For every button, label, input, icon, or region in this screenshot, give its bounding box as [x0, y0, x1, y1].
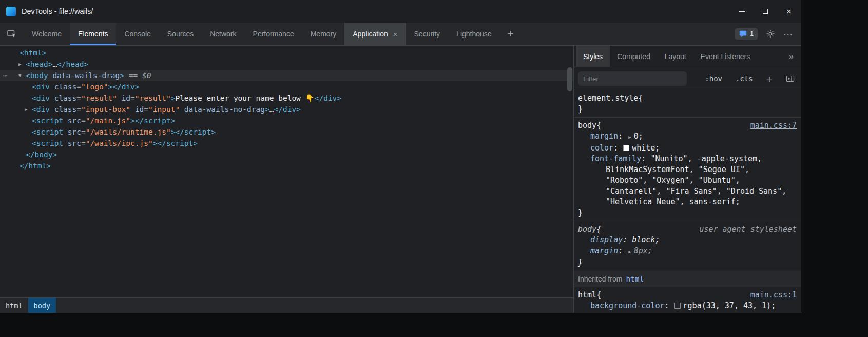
css-property[interactable]: margin: ▶0;: [578, 131, 797, 143]
more-sidebar-tabs-button[interactable]: »: [782, 46, 801, 67]
tab-memory[interactable]: Memory: [302, 23, 345, 45]
tab-welcome[interactable]: Welcome: [24, 23, 70, 45]
expand-arrow-icon[interactable]: ▶: [25, 104, 27, 115]
filter-actions: :hov .cls +: [705, 73, 795, 84]
tab-application[interactable]: Application×: [344, 23, 406, 45]
line-actions-icon[interactable]: ⋯: [3, 70, 8, 81]
plus-icon: +: [507, 27, 514, 41]
styles-filter-input[interactable]: [578, 71, 687, 86]
tab-elements[interactable]: Elements: [70, 23, 116, 45]
maximize-button[interactable]: [754, 0, 777, 23]
rule-header: element.style {: [578, 93, 797, 104]
stylesheet-link[interactable]: main.css:1: [750, 290, 797, 301]
rule-selector[interactable]: body: [578, 224, 596, 235]
token-val: "input": [148, 105, 180, 114]
rule-selector[interactable]: html: [578, 290, 596, 301]
window-controls: ×: [730, 0, 801, 23]
color-swatch[interactable]: [623, 145, 629, 151]
crumb-html[interactable]: html: [0, 298, 28, 313]
inspect-element-button[interactable]: [0, 23, 24, 45]
token-tag: </head>: [57, 60, 88, 68]
issues-counter[interactable]: 1: [735, 28, 758, 40]
dom-tree-line[interactable]: ▶<div class="input-box" id="input" data-…: [0, 104, 573, 115]
dom-tree-line[interactable]: <script src="/wails/runtime.js"></script…: [0, 126, 573, 138]
css-property[interactable]: color: white;: [578, 143, 797, 154]
property-colon: :: [618, 246, 627, 255]
token-val: "logo": [81, 83, 108, 91]
shorthand-expander-icon[interactable]: ▶: [628, 247, 631, 257]
toggle-element-state-button[interactable]: :hov: [705, 74, 722, 83]
more-options-button[interactable]: ⋯: [783, 29, 794, 39]
element-classes-button[interactable]: .cls: [736, 74, 753, 83]
sidebar-tab-styles[interactable]: Styles: [576, 46, 610, 67]
sidebar-tabs: StylesComputedLayoutEvent Listeners»: [574, 46, 801, 67]
expand-arrow-icon[interactable]: ▶: [18, 59, 21, 70]
toggle-computed-sidebar-button[interactable]: [786, 74, 795, 83]
property-colon: :: [641, 154, 650, 163]
dom-tree-line[interactable]: <div class="result" id="result">Please e…: [0, 92, 573, 104]
tab-performance[interactable]: Performance: [245, 23, 302, 45]
close-button[interactable]: ×: [777, 0, 801, 23]
token-tag: >: [265, 105, 269, 114]
tab-security[interactable]: Security: [406, 23, 449, 45]
property-value: rgba(33, 37, 43, 1);: [683, 301, 776, 310]
sidebar-tab-computed[interactable]: Computed: [610, 46, 658, 67]
chevron-double-right-icon: »: [789, 52, 794, 61]
dom-tree-line[interactable]: <html>: [0, 47, 573, 59]
new-style-rule-button[interactable]: +: [766, 73, 773, 84]
settings-button[interactable]: [766, 29, 775, 39]
css-property[interactable]: margin: ▶8px;: [578, 246, 797, 257]
style-rule: element.style {}: [574, 90, 801, 118]
token-tag: </body>: [26, 151, 57, 159]
tab-network[interactable]: Network: [202, 23, 244, 45]
open-brace: {: [596, 120, 601, 131]
maximize-icon: [763, 9, 768, 14]
styles-sections: element.style {}body {main.css:7margin: …: [574, 90, 801, 313]
css-property[interactable]: display: block;: [578, 235, 797, 246]
rule-header: body {user agent stylesheet: [578, 224, 797, 235]
tab-label: Console: [124, 30, 150, 38]
dom-tree-line[interactable]: <script src="/main.js"></script>: [0, 115, 573, 126]
shorthand-expander-icon[interactable]: ▶: [628, 132, 631, 143]
rule-selector[interactable]: body: [578, 120, 596, 131]
collapse-arrow-icon[interactable]: ▼: [18, 70, 21, 81]
stylesheet-origin-label: user agent stylesheet: [699, 224, 797, 235]
token-punct: =: [76, 94, 81, 102]
token-punct: =: [130, 94, 135, 102]
token-punct: =: [144, 105, 148, 114]
elements-scrollbar-thumb[interactable]: [567, 67, 572, 91]
dom-tree-line[interactable]: </body>: [0, 149, 573, 160]
stylesheet-link[interactable]: main.css:7: [750, 120, 797, 131]
open-brace: {: [638, 93, 643, 104]
crumb-body[interactable]: body: [28, 298, 56, 313]
devtools-app-icon: [6, 7, 16, 16]
tab-sources[interactable]: Sources: [159, 23, 202, 45]
dom-tree-line[interactable]: ⋯▼<body data-wails-drag> == $0: [0, 70, 573, 81]
tab-label: Performance: [253, 30, 294, 38]
token-tag: ></script>: [171, 128, 216, 136]
sidebar-tab-layout[interactable]: Layout: [658, 46, 693, 67]
tab-lighthouse[interactable]: Lighthouse: [448, 23, 500, 45]
token-val: "result": [81, 94, 117, 102]
inherited-node-link[interactable]: html: [626, 274, 644, 285]
css-property[interactable]: background-color: rgba(33, 37, 43, 1);: [578, 301, 797, 311]
tab-label: Network: [210, 30, 236, 38]
property-name: margin: [590, 132, 618, 141]
rule-selector[interactable]: element.style: [578, 93, 638, 104]
dom-tree-line[interactable]: <script src="/wails/ipc.js"></script>: [0, 138, 573, 149]
close-tab-icon[interactable]: ×: [393, 30, 398, 38]
css-property[interactable]: font-family: "Nunito", -apple-system,Bli…: [578, 154, 797, 208]
minimize-button[interactable]: [730, 0, 754, 23]
color-swatch[interactable]: [674, 303, 681, 309]
sidebar-tab-event-listeners[interactable]: Event Listeners: [693, 46, 758, 67]
property-value: block;: [632, 235, 660, 245]
property-value: 0;: [634, 132, 643, 141]
dom-tree-line[interactable]: ▶<head>…</head>: [0, 59, 573, 70]
add-tab-button[interactable]: +: [500, 23, 522, 45]
tab-console[interactable]: Console: [116, 23, 159, 45]
dom-tree-line[interactable]: </html>: [0, 160, 573, 172]
gear-icon: [766, 29, 775, 39]
close-brace: }: [578, 208, 797, 218]
open-brace: {: [596, 290, 601, 301]
dom-tree-line[interactable]: <div class="logo"></div>: [0, 81, 573, 92]
